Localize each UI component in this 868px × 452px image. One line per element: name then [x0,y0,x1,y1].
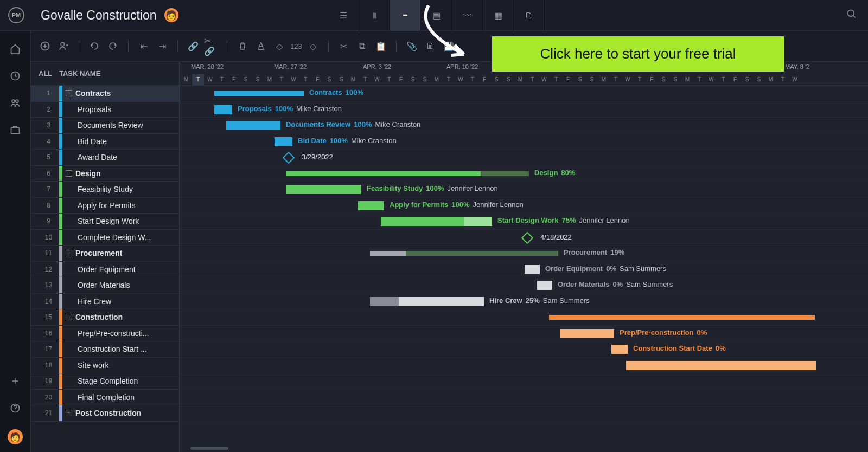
gantt-bar-label: Design80% [534,169,575,177]
assign-icon[interactable] [56,38,71,54]
cut-icon[interactable]: ✂ [336,38,352,54]
timeline-day: M [514,74,526,86]
sheet-view-icon[interactable]: ▤ [421,0,452,31]
task-row[interactable]: 16Prep/Pre-constructi... [31,326,179,342]
timeline-day: T [192,74,204,86]
timeline-day: S [741,74,753,86]
timeline-day: M [598,74,610,86]
milestone-icon[interactable]: ◇ [305,38,321,54]
fill-color-icon[interactable]: ◇ [272,38,287,54]
font-color-icon[interactable]: A [253,38,269,54]
horizontal-scrollbar[interactable] [190,447,228,450]
add-task-icon[interactable] [37,38,53,54]
add-icon[interactable] [9,375,21,387]
milestone-label: 4/18/2022 [540,233,572,241]
task-row[interactable]: 4Bid Date [31,134,179,150]
task-row[interactable]: 13Order Materials [31,277,179,294]
task-row[interactable]: 6−Design [31,166,179,182]
task-row[interactable]: 20Final Completion [31,390,179,406]
collapse-icon[interactable]: − [66,90,72,96]
app-logo[interactable]: PM [8,7,24,23]
file-view-icon[interactable]: 🗎 [514,0,545,31]
timeline-day: S [419,74,431,86]
gantt-row: Start Design Work75%Jennifer Lennon [180,214,868,230]
task-row[interactable]: 9Start Design Work [31,214,179,230]
attach-icon[interactable]: 📎 [404,38,419,54]
timeline-range-label: MAY, 8 '2 [785,63,809,70]
indent-icon[interactable]: ⇥ [155,38,170,54]
collapse-icon[interactable]: − [66,314,72,320]
task-row[interactable]: 11−Procurement [31,246,179,262]
task-row[interactable]: 21−Post Construction [31,405,179,422]
gantt-task-bar[interactable] [626,361,816,370]
gantt-summary-bar[interactable] [214,91,304,96]
task-row[interactable]: 19Stage Completion [31,373,179,390]
copy-icon[interactable]: ⧉ [355,38,370,54]
gantt-task-bar[interactable] [611,345,628,354]
team-icon[interactable] [9,97,21,109]
gantt-milestone[interactable] [521,231,534,244]
recent-icon[interactable] [9,70,21,82]
search-icon[interactable] [846,9,857,20]
timeline-day: T [383,74,395,86]
save-icon[interactable]: 💾 [441,38,456,54]
task-row[interactable]: 17Construction Start ... [31,341,179,358]
gantt-task-bar[interactable] [381,217,492,226]
collapse-icon[interactable]: − [66,250,72,256]
gantt-task-bar[interactable] [537,281,552,290]
gantt-bar-label: Apply for Permits100%Jennifer Lennon [390,201,524,209]
task-row[interactable]: 3Documents Review [31,118,179,134]
gantt-task-bar[interactable] [370,297,484,306]
task-row[interactable]: 15−Construction [31,309,179,326]
calendar-view-icon[interactable]: ▦ [483,0,514,31]
gantt-task-bar[interactable] [226,121,280,130]
avatar[interactable]: 🧑 [164,8,178,22]
gantt-chart[interactable]: MAR, 20 '22MAR, 27 '22APR, 3 '22APR, 10 … [180,62,868,452]
gantt-task-bar[interactable] [214,105,232,114]
gantt-task-bar[interactable] [358,201,384,210]
board-view-icon[interactable]: ⫴ [359,0,390,31]
task-row[interactable]: 14Hire Crew [31,294,179,310]
collapse-icon[interactable]: − [66,170,72,177]
task-row[interactable]: 2Proposals [31,102,179,118]
gantt-milestone[interactable] [283,152,295,164]
user-avatar[interactable]: 🧑 [8,429,23,444]
outdent-icon[interactable]: ⇤ [136,38,151,54]
list-view-icon[interactable]: ☰ [328,0,359,31]
timeline-day: T [299,74,311,86]
gantt-task-bar[interactable] [286,185,361,194]
task-row[interactable]: 8Apply for Permits [31,198,179,214]
project-title[interactable]: Govalle Construction [41,8,157,23]
task-row[interactable]: 7Feasibility Study [31,182,179,198]
svg-point-8 [61,42,65,46]
timeline-day: T [610,74,622,86]
free-trial-cta[interactable]: Click here to start your free trial [492,36,784,72]
paste-icon[interactable]: 📋 [373,38,388,54]
note-icon[interactable]: 🗎 [423,38,438,54]
gantt-summary-bar[interactable] [549,315,815,320]
task-row[interactable]: 18Site work [31,358,179,374]
collapse-icon[interactable]: − [66,410,72,416]
home-icon[interactable] [9,43,21,55]
gantt-summary-bar[interactable] [286,171,529,176]
task-row[interactable]: 5Award Date [31,150,179,166]
gantt-row: Contracts100% [180,86,868,102]
gantt-view-icon[interactable]: ≡ [390,0,421,31]
redo-icon[interactable] [105,38,120,54]
task-row[interactable]: 12Order Equipment [31,262,179,278]
gantt-task-bar[interactable] [275,137,292,146]
task-row[interactable]: 10Complete Design W... [31,230,179,246]
projects-icon[interactable] [9,124,21,136]
activity-view-icon[interactable]: 〰 [452,0,483,31]
gantt-task-bar[interactable] [525,265,540,274]
unlink-icon[interactable]: ✂🔗 [204,38,219,54]
undo-icon[interactable] [87,38,102,54]
gantt-bar-label: Order Materials0%Sam Summers [558,280,673,288]
link-icon[interactable]: 🔗 [186,38,201,54]
task-row[interactable]: 1−Contracts [31,86,179,102]
gantt-summary-bar[interactable] [370,251,558,256]
col-all[interactable]: ALL [39,69,59,78]
delete-icon[interactable] [235,38,250,54]
gantt-task-bar[interactable] [560,329,614,338]
help-icon[interactable] [9,402,21,414]
